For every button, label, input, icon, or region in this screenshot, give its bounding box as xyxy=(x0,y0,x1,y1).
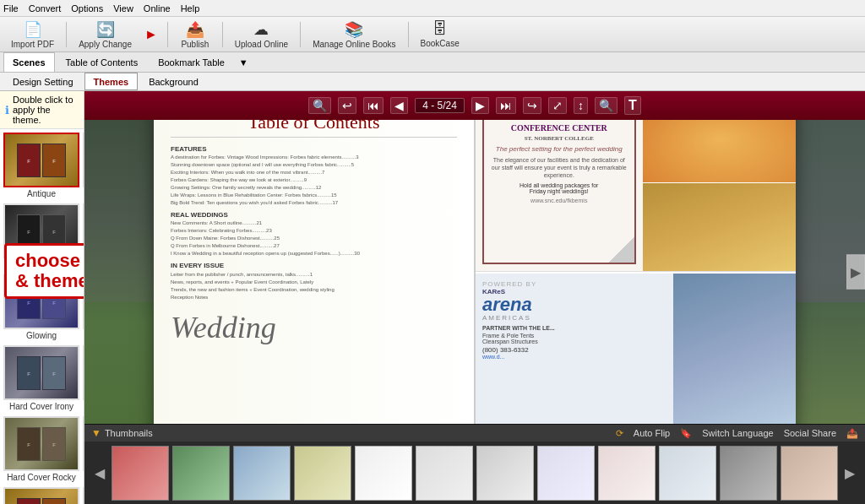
subtab-design-setting[interactable]: Design Setting xyxy=(3,73,83,90)
left-panel: ℹ Double click to apply the theme. choos… xyxy=(0,91,84,504)
social-share-icon: 📤 xyxy=(846,428,858,439)
theme-extra-2-thumb: F F xyxy=(83,487,84,504)
thumbnails-bar: ▼ Thumbnails ⟳ Auto Flip 🔖 Switch Langua… xyxy=(84,424,865,504)
subtab-background[interactable]: Background xyxy=(139,73,208,90)
arena-section: POWERED BY KAReS arena AMERICAS PARTNER … xyxy=(476,274,796,425)
auto-flip-icon: ⟳ xyxy=(616,428,623,439)
theme-extra-2[interactable]: F F xyxy=(83,487,84,504)
book-viewer: ◀ ▶ Table of Contents FEATURES A destina… xyxy=(84,120,865,424)
food-photos xyxy=(643,120,797,271)
publish-button[interactable]: 📤 Publish xyxy=(174,18,216,51)
menu-help[interactable]: Help xyxy=(181,3,200,14)
theme-hcsolid-thumb: F F xyxy=(83,416,84,471)
toc-title: Table of Contents xyxy=(171,120,457,138)
conference-website: www.snc.edu/fkbemis xyxy=(489,198,629,203)
theme-hcirony-label: Hard Cover Irony xyxy=(9,402,73,411)
theme-glowing-label: Glowing xyxy=(26,331,57,340)
forward-button[interactable]: ↪ xyxy=(523,97,541,114)
theme-row-1: F F Antique F F Aura xyxy=(3,133,80,198)
theme-antique-thumb: F F xyxy=(3,133,79,187)
thumb-scroll-right[interactable]: ▶ xyxy=(841,465,858,481)
thumb-4[interactable] xyxy=(294,446,351,501)
back-button[interactable]: ↩ xyxy=(338,97,356,114)
thumb-1[interactable] xyxy=(112,446,169,501)
toolbar-separator-4 xyxy=(300,22,301,47)
auto-flip-label[interactable]: Auto Flip xyxy=(634,428,670,439)
thumbnails-title: Thumbnails xyxy=(105,428,153,438)
fit-width-button[interactable]: ⤢ xyxy=(548,97,567,114)
bookcase-icon: 🗄 xyxy=(432,20,448,38)
arena-photo xyxy=(673,274,796,425)
thumb-10[interactable] xyxy=(659,446,716,501)
theme-row-5: F F Hard Cover Rocky F F Hard Cover Soli… xyxy=(3,416,80,482)
import-pdf-icon: 📄 xyxy=(24,20,42,39)
manage-online-icon: 📚 xyxy=(345,20,363,39)
theme-hcrigid[interactable]: F F Hard Cover Rigid xyxy=(83,345,84,411)
arena-subtitle: AMERICAS xyxy=(482,314,666,322)
manage-online-button[interactable]: 📚 Manage Online Books xyxy=(307,18,401,51)
thumb-5[interactable] xyxy=(355,446,412,501)
thumb-12[interactable] xyxy=(781,446,838,501)
menu-convert[interactable]: Convert xyxy=(29,3,62,14)
thumb-11[interactable] xyxy=(720,446,777,501)
tab-scenes[interactable]: Scenes xyxy=(3,52,55,72)
arena-logo: arena xyxy=(482,295,666,314)
arena-ad: POWERED BY KAReS arena AMERICAS PARTNER … xyxy=(476,274,673,425)
fit-height-button[interactable]: ↕ xyxy=(574,97,588,114)
last-page-button[interactable]: ⏭ xyxy=(496,97,516,114)
theme-hcrigid-thumb: F F xyxy=(83,345,84,400)
menu-online[interactable]: Online xyxy=(144,3,171,14)
wedding-script-text: Wedding xyxy=(171,310,457,345)
prev-page-button[interactable]: ◀ xyxy=(390,97,408,114)
tabs-more-button[interactable]: ▼ xyxy=(236,52,252,72)
theme-hcrocky-label: Hard Cover Rocky xyxy=(7,473,76,482)
toc-real-weddings: REAL WEDDINGS New Comments: A Short outl… xyxy=(171,210,457,257)
subtabs-row: Design Setting Themes Background xyxy=(0,73,865,91)
zoom-out-button[interactable]: 🔍 xyxy=(595,97,617,114)
import-pdf-button[interactable]: 📄 Import PDF xyxy=(5,18,60,51)
apply-change-button[interactable]: 🔄 Apply Change xyxy=(73,18,138,51)
menu-view[interactable]: View xyxy=(113,3,133,14)
toolbar-arrow-1[interactable]: ► xyxy=(141,27,161,42)
theme-aura[interactable]: F F Aura xyxy=(83,133,84,198)
food-photo-1 xyxy=(643,120,797,182)
thumb-9[interactable] xyxy=(598,446,656,501)
theme-hcrocky[interactable]: F F Hard Cover Rocky xyxy=(3,416,79,482)
theme-hcsolid[interactable]: F F Hard Cover Solid xyxy=(83,416,84,482)
theme-extra-1[interactable]: F F xyxy=(3,487,79,504)
right-page-content: FK Bemis CONFERENCE CENTER ST. NORBERT C… xyxy=(476,120,796,424)
right-page: FK Bemis CONFERENCE CENTER ST. NORBERT C… xyxy=(474,120,796,424)
menu-file[interactable]: File xyxy=(3,3,19,14)
publish-icon: 📤 xyxy=(186,20,204,39)
theme-hcirony-thumb: F F xyxy=(3,345,79,400)
next-spread-arrow[interactable]: ▶ xyxy=(846,255,865,290)
thumb-scroll-left[interactable]: ◀ xyxy=(91,465,108,481)
first-page-button[interactable]: ⏮ xyxy=(363,97,384,114)
text-tool-button[interactable]: T xyxy=(624,96,641,115)
thumb-8[interactable] xyxy=(537,446,595,501)
theme-antique[interactable]: F F Antique xyxy=(3,133,79,198)
theme-hcirony[interactable]: F F Hard Cover Irony xyxy=(3,345,79,411)
arena-tagline: PARTNER WITH THE LE... xyxy=(482,325,666,331)
arena-phone: (800) 383-6332 xyxy=(482,346,666,354)
subtab-themes[interactable]: Themes xyxy=(84,73,139,90)
panel-hint: ℹ Double click to apply the theme. xyxy=(0,91,84,129)
arena-website: www.d... xyxy=(482,354,666,360)
thumb-6[interactable] xyxy=(416,446,473,501)
switch-language-label[interactable]: Switch Language xyxy=(702,428,773,439)
zoom-in-button[interactable]: 🔍 xyxy=(308,97,331,114)
tab-bookmark[interactable]: Bookmark Table xyxy=(149,52,234,72)
tab-toc[interactable]: Table of Contents xyxy=(57,52,148,72)
thumb-2[interactable] xyxy=(172,446,230,501)
social-share-label[interactable]: Social Share xyxy=(784,428,836,439)
bookcase-button[interactable]: 🗄 BookCase xyxy=(415,18,465,51)
next-page-button[interactable]: ▶ xyxy=(471,97,489,114)
left-page-content: Table of Contents FEATURES A destination… xyxy=(154,120,474,424)
thumb-7[interactable] xyxy=(476,446,534,501)
thumb-3[interactable] xyxy=(233,446,291,501)
book-spread: Table of Contents FEATURES A destination… xyxy=(154,120,796,424)
toolbar-separator-1 xyxy=(66,22,67,47)
apply-change-icon: 🔄 xyxy=(96,20,115,39)
menu-options[interactable]: Options xyxy=(71,3,103,14)
upload-online-button[interactable]: ☁ Upload Online xyxy=(229,18,294,51)
